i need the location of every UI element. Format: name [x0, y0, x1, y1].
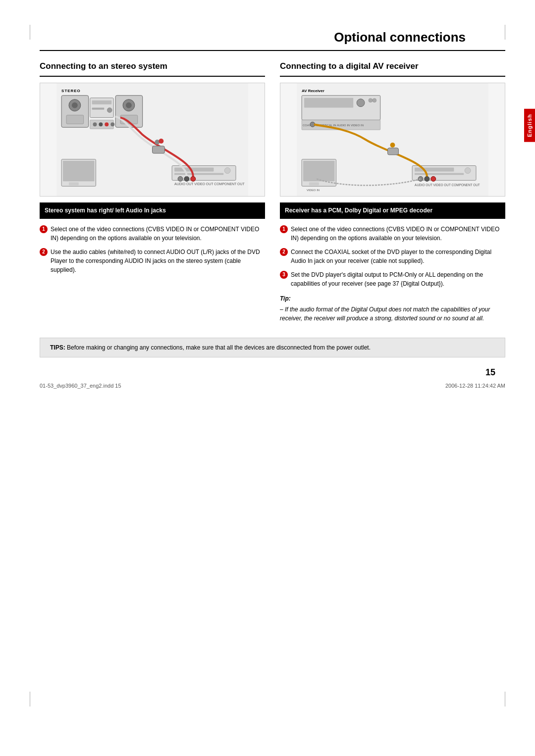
tip-section: Tip: – If the audio format of the Digita… — [280, 294, 505, 323]
av-diagram-svg: AV Receiver COAXIAL IN OPTICAL IN AUDIO … — [280, 83, 505, 196]
left-step-2-number: 2 — [40, 248, 48, 256]
svg-point-8 — [126, 102, 132, 108]
svg-text:AUDIO OUT  VIDEO OUT  COMPONEN: AUDIO OUT VIDEO OUT COMPONENT OUT — [174, 182, 245, 186]
svg-rect-54 — [309, 182, 319, 185]
svg-point-39 — [373, 99, 376, 102]
right-step-1-text: Select one of the video connections (CVB… — [291, 225, 505, 243]
svg-rect-17 — [174, 173, 223, 175]
right-column: Connecting to a digital AV receiver AV R… — [280, 61, 505, 323]
svg-rect-5 — [66, 115, 84, 124]
svg-rect-44 — [415, 168, 454, 172]
left-step-2: 2 Use the audio cables (white/red) to co… — [40, 248, 265, 274]
av-diagram-area: AV Receiver COAXIAL IN OPTICAL IN AUDIO … — [280, 83, 505, 197]
left-step-1-text: Select one of the video connections (CVB… — [51, 225, 265, 243]
right-step-1-number: 1 — [280, 225, 288, 233]
page-footer: 01-53_dvp3960_37_eng2.indd 15 2006-12-28… — [0, 383, 535, 389]
margin-line-bottom-right — [505, 692, 505, 706]
tip-text: – If the audio format of the Digital Out… — [280, 305, 505, 323]
svg-text:VIDEO IN: VIDEO IN — [307, 189, 320, 192]
tips-bar: TIPS: Before making or changing any conn… — [40, 338, 505, 357]
right-step-2-number: 2 — [280, 248, 288, 256]
right-instructions-list: 1 Select one of the video connections (C… — [280, 225, 505, 288]
tips-label: TIPS: — [50, 344, 67, 351]
svg-point-24 — [159, 139, 163, 144]
svg-text:AV Receiver: AV Receiver — [302, 89, 324, 93]
tips-text: Before making or changing any connection… — [67, 344, 371, 351]
footer-right: 2006-12-28 11:24:42 AM — [445, 383, 505, 389]
right-step-2-text: Connect the COAXIAL socket of the DVD pl… — [291, 248, 505, 265]
svg-rect-53 — [303, 161, 334, 182]
svg-point-12 — [107, 108, 112, 113]
stereo-diagram-area: STEREO — [40, 83, 265, 197]
left-column: Connecting to an stereo system STEREO — [40, 61, 265, 323]
left-instructions-list: 1 Select one of the video connections (C… — [40, 225, 265, 274]
right-step-1: 1 Select one of the video connections (C… — [280, 225, 505, 243]
left-section-title: Connecting to an stereo system — [40, 61, 265, 72]
main-content: Connecting to an stereo system STEREO — [0, 61, 535, 323]
left-step-1: 1 Select one of the video connections (C… — [40, 225, 265, 243]
svg-rect-11 — [92, 101, 112, 104]
svg-point-45 — [465, 168, 471, 174]
right-step-3-number: 3 — [280, 271, 288, 279]
page-title: Optional connections — [40, 30, 505, 51]
svg-rect-27 — [69, 182, 79, 185]
margin-line-bottom-left — [30, 692, 30, 706]
svg-point-20 — [184, 176, 189, 181]
stereo-diagram-svg: STEREO — [40, 83, 265, 196]
right-step-3-text: Set the DVD player's digital output to P… — [291, 270, 505, 288]
svg-point-21 — [191, 176, 196, 181]
right-caption-box: Receiver has a PCM, Dolby Digital or MPE… — [280, 202, 505, 219]
left-step-2-text: Use the audio cables (white/red) to conn… — [51, 248, 265, 274]
page-number: 15 — [0, 367, 535, 378]
svg-text:AUDIO OUT  VIDEO OUT  COMPONEN: AUDIO OUT VIDEO OUT COMPONENT OUT — [415, 183, 480, 187]
language-tab: English — [524, 109, 535, 142]
svg-point-37 — [357, 99, 365, 107]
left-step-1-number: 1 — [40, 225, 48, 233]
svg-point-31 — [105, 122, 108, 126]
margin-line-top-right — [505, 25, 505, 40]
margin-line-top-left — [30, 25, 30, 40]
svg-point-51 — [390, 143, 395, 148]
right-step-3: 3 Set the DVD player's digital output to… — [280, 270, 505, 288]
footer-left: 01-53_dvp3960_37_eng2.indd 15 — [40, 383, 121, 389]
svg-point-16 — [224, 168, 230, 174]
svg-rect-50 — [388, 148, 399, 155]
svg-rect-15 — [174, 168, 214, 172]
svg-rect-26 — [63, 161, 94, 182]
svg-rect-36 — [304, 98, 353, 108]
svg-point-4 — [72, 102, 78, 108]
left-section-divider — [40, 76, 265, 77]
page-container: English Optional connections Connecting … — [0, 0, 535, 756]
svg-point-30 — [99, 122, 103, 126]
right-section-title: Connecting to a digital AV receiver — [280, 61, 505, 72]
svg-rect-46 — [415, 173, 464, 175]
svg-point-49 — [431, 176, 436, 181]
svg-point-48 — [425, 176, 429, 181]
tip-label: Tip: — [280, 294, 505, 303]
svg-text:STEREO: STEREO — [61, 89, 81, 93]
right-step-2: 2 Connect the COAXIAL socket of the DVD … — [280, 248, 505, 265]
svg-point-19 — [178, 176, 183, 181]
svg-point-38 — [369, 99, 373, 102]
svg-point-29 — [93, 122, 97, 126]
svg-point-32 — [110, 122, 114, 126]
left-caption-box: Stereo system has right/ left Audio In j… — [40, 202, 265, 219]
right-section-divider — [280, 76, 505, 77]
svg-rect-13 — [92, 108, 105, 110]
svg-rect-22 — [153, 146, 165, 153]
